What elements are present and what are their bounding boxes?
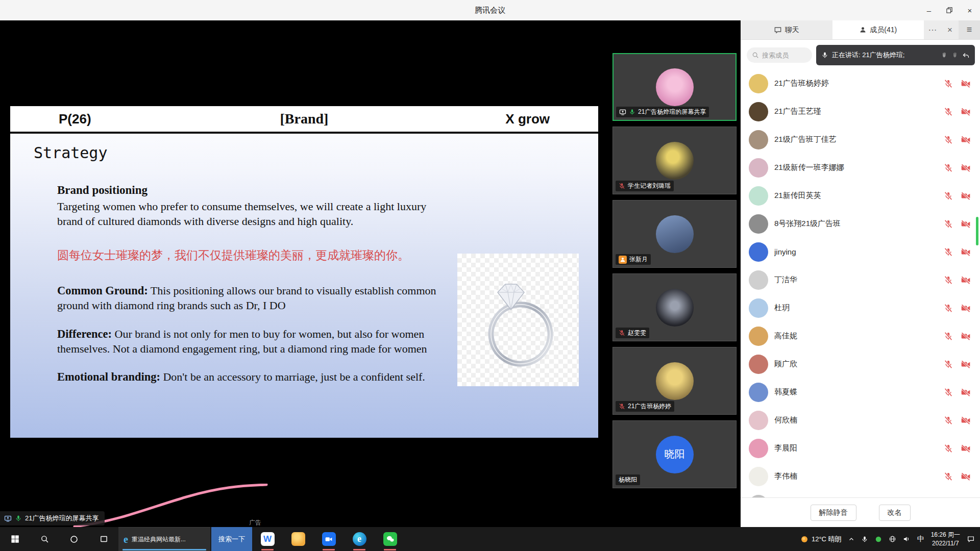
member-row[interactable]: 21广告班杨婷婷 — [741, 69, 980, 97]
member-row[interactable]: 21新传田英英 — [741, 182, 980, 210]
camera-off-icon[interactable] — [961, 303, 971, 313]
tray-antivirus-button[interactable] — [875, 536, 882, 543]
participant-avatar — [656, 362, 694, 400]
tab-members-label: 成员(41) — [870, 26, 897, 35]
mic-muted-icon[interactable] — [944, 444, 953, 453]
member-avatar — [749, 130, 768, 149]
camera-off-icon[interactable] — [961, 331, 971, 341]
task-view-button[interactable] — [89, 527, 118, 551]
member-row[interactable]: 高佳妮 — [741, 322, 980, 350]
member-row[interactable]: 杜玥 — [741, 294, 980, 322]
mic-muted-icon[interactable] — [944, 388, 953, 397]
member-row[interactable]: jinying — [741, 238, 980, 266]
member-row[interactable]: 李伟楠 — [741, 462, 980, 490]
rename-button[interactable]: 改名 — [879, 505, 911, 521]
volume-button[interactable] — [903, 535, 911, 543]
minimize-button[interactable]: – — [919, 0, 939, 20]
member-row[interactable]: 韩夏蝶 — [741, 378, 980, 406]
mic-muted-icon[interactable] — [944, 163, 953, 172]
mic-muted-icon[interactable] — [944, 472, 953, 481]
network-button[interactable] — [889, 535, 896, 543]
camera-off-icon[interactable] — [961, 79, 971, 89]
tray-mic-button[interactable] — [861, 536, 868, 543]
mic-muted-icon[interactable] — [944, 416, 953, 425]
camera-off-icon[interactable] — [961, 219, 971, 229]
mic-muted-icon[interactable] — [944, 191, 953, 201]
mic-muted-icon[interactable] — [944, 247, 953, 257]
taskbar-wps-button[interactable]: W — [252, 527, 283, 551]
member-status-icons — [944, 471, 971, 482]
mic-muted-icon[interactable] — [944, 107, 953, 116]
mic-muted-icon[interactable] — [944, 79, 953, 88]
tab-chat[interactable]: 聊天 — [741, 20, 832, 39]
panel-layout-button[interactable]: ≡ — [959, 20, 980, 39]
video-tile-label: 21广告班杨婷婷 — [616, 401, 674, 412]
camera-off-icon[interactable] — [961, 191, 971, 201]
camera-off-icon[interactable] — [961, 135, 971, 145]
taskbar-wechat-button[interactable] — [375, 527, 405, 551]
raise-hand-icon[interactable] — [951, 52, 959, 59]
action-center-button[interactable] — [967, 535, 975, 543]
member-row[interactable]: 8号张翔21级广告班 — [741, 210, 980, 238]
taskbar-app-button[interactable] — [283, 527, 313, 551]
taskbar-search-button[interactable] — [30, 527, 59, 551]
video-tile[interactable]: 张新月 — [612, 200, 737, 268]
close-button[interactable]: × — [960, 0, 980, 20]
mic-muted-icon — [619, 183, 625, 189]
camera-off-icon[interactable] — [961, 387, 971, 397]
member-name: 21广告王艺瑾 — [774, 107, 944, 116]
video-tile[interactable]: 21广告杨烨瑄的屏幕共享 — [612, 53, 737, 121]
input-method-indicator[interactable]: 中 — [917, 535, 924, 544]
cortana-button[interactable] — [59, 527, 89, 551]
camera-off-icon[interactable] — [961, 415, 971, 425]
unmute-button[interactable]: 解除静音 — [811, 505, 856, 521]
taskbar-ie-window[interactable]: e 重温经典网站最新... — [118, 527, 210, 551]
member-row[interactable] — [741, 490, 980, 497]
scrollbar-thumb[interactable] — [976, 217, 978, 245]
camera-off-icon[interactable] — [961, 107, 971, 117]
member-row[interactable]: 丁洁华 — [741, 266, 980, 294]
video-tile[interactable]: 学生记者刘璐瑶 — [612, 127, 737, 194]
member-row[interactable]: 何欣楠 — [741, 406, 980, 434]
mic-muted-icon[interactable] — [944, 276, 953, 285]
clock[interactable]: 16:26 周一 2022/11/7 — [931, 531, 960, 547]
member-search-input[interactable] — [762, 52, 805, 59]
taskbar-edge-button[interactable]: e — [344, 527, 375, 551]
member-row[interactable]: 21级广告班丁佳艺 — [741, 126, 980, 154]
mic-muted-icon[interactable] — [944, 304, 953, 313]
video-tile[interactable]: 晓阳 杨晓阳 — [612, 420, 737, 488]
member-avatar — [749, 214, 768, 234]
hidden-icons-button[interactable] — [848, 536, 854, 542]
camera-off-icon[interactable] — [961, 247, 971, 257]
camera-off-icon[interactable] — [961, 275, 971, 285]
slide-positioning-text: Targeting women who prefer to consume th… — [57, 199, 450, 229]
video-tile[interactable]: 21广告班杨婷婷 — [612, 347, 737, 415]
member-row[interactable]: 21广告王艺瑾 — [741, 97, 980, 126]
member-row[interactable]: 顾广欣 — [741, 350, 980, 378]
mic-muted-icon[interactable] — [944, 332, 953, 341]
camera-off-icon[interactable] — [961, 471, 971, 482]
tab-members[interactable]: 成员(41) — [832, 20, 924, 39]
weather-widget[interactable]: 12°C 晴朗 — [800, 535, 842, 544]
mic-muted-icon[interactable] — [944, 135, 953, 144]
reply-arrow-icon[interactable] — [962, 52, 970, 59]
mic-muted-icon[interactable] — [944, 219, 953, 229]
member-row[interactable]: 李晨阳 — [741, 434, 980, 462]
taskbar-web-search-button[interactable]: 搜索一下 — [211, 527, 252, 551]
start-button[interactable] — [0, 527, 30, 551]
panel-close-button[interactable]: × — [941, 20, 959, 39]
screen-share-status-overlay: 21广告杨烨瑄的屏幕共享 — [0, 511, 105, 525]
member-avatar — [749, 270, 768, 290]
camera-off-icon[interactable] — [961, 359, 971, 369]
raise-hand-icon[interactable] — [941, 52, 948, 59]
member-status-icons — [944, 163, 971, 173]
camera-off-icon[interactable] — [961, 163, 971, 173]
maximize-button[interactable] — [939, 0, 960, 20]
camera-off-icon[interactable] — [961, 443, 971, 454]
panel-more-button[interactable]: ··· — [924, 20, 941, 39]
member-search-box[interactable] — [747, 47, 812, 63]
member-row[interactable]: 21级新传一班李娜娜 — [741, 154, 980, 182]
video-tile[interactable]: 赵雯雯 — [612, 273, 737, 341]
mic-muted-icon[interactable] — [944, 360, 953, 369]
taskbar-meeting-button[interactable] — [313, 527, 344, 551]
